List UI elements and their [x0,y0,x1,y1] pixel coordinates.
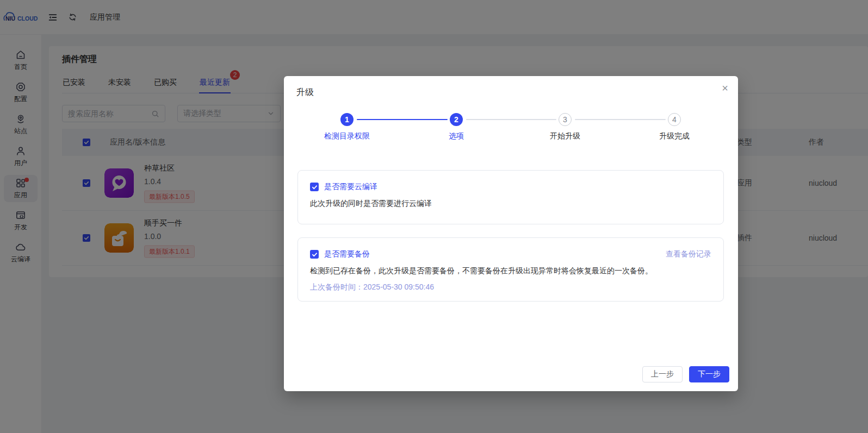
backup-option-card: 是否需要备份 查看备份记录 检测到已存在备份，此次升级是否需要备份，不需要备份在… [297,237,724,302]
step-number: 4 [668,113,681,126]
step-number: 3 [559,113,572,126]
backup-label[interactable]: 是否需要备份 [324,249,370,259]
check-icon [312,252,318,258]
prev-step-button[interactable]: 上一步 [642,366,683,382]
last-backup-time: 上次备份时间：2025-05-30 09:50:46 [310,283,711,292]
backup-desc: 检测到已存在备份，此次升级是否需要备份，不需要备份在升级出现异常时将会恢复最近的… [310,266,711,276]
backup-checkbox[interactable] [310,250,319,259]
upgrade-modal: 升级 × 1 检测目录权限 2 选项 3 开始升级 4 升级完成 [284,76,738,391]
step-start-upgrade: 3 开始升级 [527,113,603,141]
step-label: 升级完成 [636,131,712,141]
screen: NIU CLOUD 应用管理 首页 [0,0,868,433]
modal-footer: 上一步 下一步 [642,366,729,382]
next-step-button[interactable]: 下一步 [689,366,729,382]
step-number: 2 [450,113,463,126]
step-options: 2 选项 [418,113,494,141]
cloud-compile-checkbox[interactable] [310,183,319,191]
step-label: 检测目录权限 [309,131,385,141]
cloud-compile-desc: 此次升级的同时是否需要进行云编译 [310,199,711,209]
check-icon [312,184,318,190]
step-upgrade-complete: 4 升级完成 [636,113,712,141]
step-label: 选项 [418,131,494,141]
step-check-permission: 1 检测目录权限 [309,113,385,141]
close-icon[interactable]: × [722,83,728,93]
cloud-compile-label[interactable]: 是否需要云编译 [324,182,377,192]
step-number: 1 [340,113,354,126]
step-label: 开始升级 [527,131,603,141]
cloud-compile-option-card: 是否需要云编译 此次升级的同时是否需要进行云编译 [297,170,724,224]
view-backup-records-link[interactable]: 查看备份记录 [666,249,711,259]
modal-title: 升级 [296,87,314,98]
